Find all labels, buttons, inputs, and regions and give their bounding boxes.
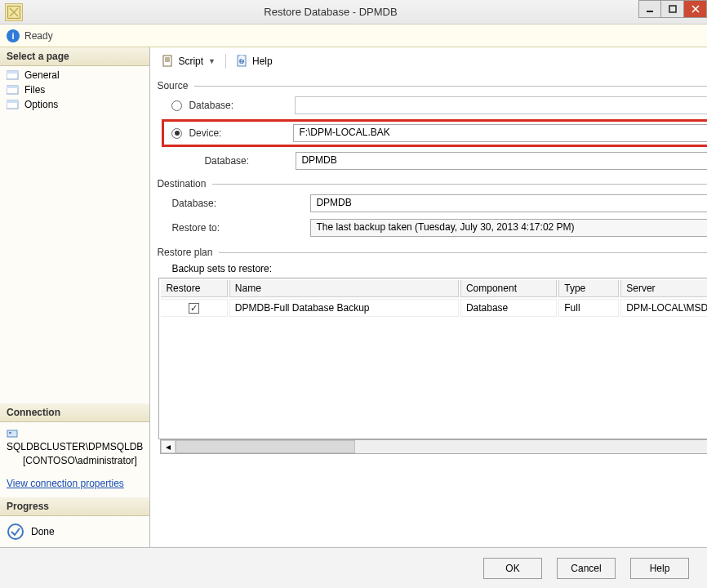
source-database-combo[interactable] [295,96,707,114]
titlebar: Restore Database - DPMDB [0,0,707,24]
cell-type: Full [558,299,619,317]
page-icon [7,69,20,81]
toolbar: Script ▼ ? Help [157,51,707,72]
backup-sets-table-wrap: Restore Name Component Type Server Datab… [158,278,707,439]
page-files[interactable]: Files [0,82,149,97]
svg-rect-6 [7,86,18,88]
script-label: Script [178,56,203,67]
restore-to-value: The last backup taken (Tuesday, July 30,… [310,219,707,237]
source-db-label: Database: [204,155,296,167]
horizontal-scrollbar[interactable]: ◂ ▸ [160,439,707,454]
window-title: Restore Database - DPMDB [23,6,638,18]
col-restore[interactable]: Restore [161,280,227,297]
destination-group: Destination Database: DPMDB Restore to: … [157,178,707,238]
restore-plan-group-label: Restore plan [157,247,219,258]
check-circle-icon [7,523,24,541]
svg-point-11 [8,524,23,539]
page-list: General Files Options [0,66,149,114]
right-pane: Script ▼ ? Help Source Database: Devic [150,47,707,547]
connection-server: SQLDBCLUSTER\DPMSQLDB [7,441,143,452]
svg-rect-4 [7,71,18,74]
dest-database-label: Database: [171,198,310,209]
maximize-button[interactable] [661,0,684,18]
progress-text: Done [31,526,55,537]
ok-button[interactable]: OK [483,558,542,579]
svg-rect-2 [669,6,676,12]
device-path-input[interactable]: F:\DPM-LOCAL.BAK [293,124,707,142]
page-general[interactable]: General [0,68,149,82]
cell-server: DPM-LOCAL\MSDPM2012 [620,299,707,317]
dest-database-combo[interactable]: DPMDB [310,194,707,212]
left-pane: Select a page General Files Options Conn… [0,47,150,547]
svg-text:?: ? [239,55,245,65]
page-icon [7,99,20,110]
source-group-label: Source [157,80,194,91]
source-group: Source Database: Device: F:\DPM-LOCAL.BA… [157,80,707,170]
table-row[interactable]: DPMDB-Full Database Backup Database Full… [161,299,707,317]
dialog-footer: OK Cancel Help [0,547,707,588]
connection-block: SQLDBCLUSTER\DPMSQLDB [CONTOSO\administr… [0,422,149,473]
close-button[interactable] [684,0,707,18]
minimize-button[interactable] [638,0,661,18]
progress-header: Progress [0,497,149,516]
toolbar-separator [225,54,226,69]
scroll-track[interactable] [176,440,707,453]
script-button[interactable]: Script ▼ [157,53,220,69]
restore-checkbox[interactable] [189,303,199,314]
status-bar: i Ready [0,24,707,47]
page-label: General [24,69,60,81]
server-icon [7,428,20,439]
destination-group-label: Destination [157,178,212,189]
script-icon [162,55,175,68]
page-icon [7,84,20,96]
backup-sets-label: Backup sets to restore: [171,263,707,274]
select-page-header: Select a page [0,47,149,66]
svg-rect-1 [647,11,653,12]
view-connection-properties-link[interactable]: View connection properties [0,473,149,497]
connection-header: Connection [0,403,149,422]
col-component[interactable]: Component [460,280,557,297]
page-label: Options [24,99,58,110]
source-database-radio-label: Database: [189,100,295,111]
help-label: Help [252,56,273,67]
source-db-combo[interactable]: DPMDB [296,152,707,170]
source-database-radio[interactable] [171,100,182,111]
col-type[interactable]: Type [558,280,619,297]
col-name[interactable]: Name [229,280,459,297]
page-options[interactable]: Options [0,97,149,112]
info-icon: i [7,29,20,42]
device-highlight-box: Device: F:\DPM-LOCAL.BAK ... [162,119,707,147]
svg-rect-10 [9,432,11,434]
page-label: Files [24,84,45,96]
svg-rect-8 [7,100,18,103]
source-device-radio[interactable] [171,128,182,139]
progress-block: Done [0,516,149,547]
cell-component: Database [460,299,557,317]
scroll-thumb[interactable] [176,440,355,453]
chevron-down-icon: ▼ [207,57,216,65]
app-icon [5,3,23,21]
col-server[interactable]: Server [620,280,707,297]
cancel-button[interactable]: Cancel [557,558,616,579]
status-text: Ready [24,30,53,42]
source-device-radio-label: Device: [189,127,293,139]
svg-rect-9 [7,430,17,437]
restore-to-label: Restore to: [171,222,310,234]
cell-name: DPMDB-Full Database Backup [229,299,459,317]
table-header-row: Restore Name Component Type Server Datab… [161,280,707,297]
help-button[interactable]: ? Help [231,53,278,69]
scroll-left-arrow[interactable]: ◂ [161,440,176,453]
backup-sets-table: Restore Name Component Type Server Datab… [159,278,707,318]
restore-plan-group: Restore plan Backup sets to restore: Res… [157,247,707,485]
help-footer-button[interactable]: Help [630,558,689,579]
connection-user: [CONTOSO\administrator] [23,455,137,466]
help-icon: ? [236,55,249,68]
window-controls [638,0,707,24]
